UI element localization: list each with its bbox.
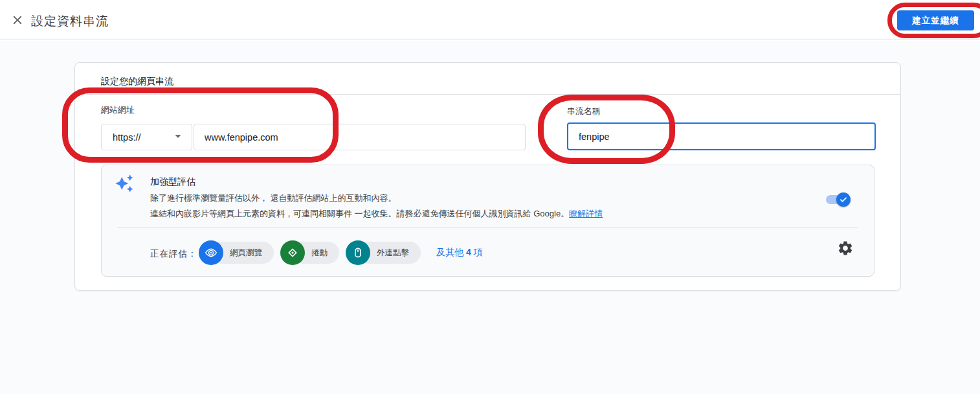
- mouse-icon: [346, 240, 370, 265]
- enhanced-measurement-title: 加強型評估: [150, 176, 195, 188]
- website-url-label: 網站網址: [101, 104, 135, 116]
- card-header-title: 設定您的網頁串流: [101, 76, 173, 87]
- eye-icon: [199, 240, 223, 265]
- settings-gear-button[interactable]: [836, 240, 854, 258]
- enhanced-measurement-toggle[interactable]: [826, 191, 854, 209]
- description-line-2: 連結和內嵌影片等網頁上元素的資料，可連同相關事件 一起收集。請務必避免傳送任何個…: [150, 209, 569, 218]
- stream-name-input[interactable]: [567, 122, 876, 150]
- chip-scroll: 捲動: [280, 240, 339, 265]
- scroll-icon: [280, 240, 305, 265]
- gear-icon: [837, 249, 854, 259]
- measuring-label: 正在評估：: [150, 248, 197, 260]
- more-items-link[interactable]: 及其他 4 項: [436, 247, 483, 259]
- chip-page-views: 網頁瀏覽: [199, 240, 274, 265]
- protocol-selected-value: https://: [113, 132, 171, 143]
- card-header-divider: [75, 94, 900, 95]
- page-title: 設定資料串流: [31, 13, 109, 30]
- web-stream-setup-card: 設定您的網頁串流 網站網址 https:// 串流名稱 加強型評估 除了進行標準…: [74, 62, 901, 291]
- measurement-chips-row: 網頁瀏覽 捲動 外連點擊: [199, 240, 483, 265]
- enhanced-measurement-panel: 加強型評估 除了進行標準瀏覽量評估以外， 還自動評估網站上的互動和內容。 連結和…: [101, 165, 874, 277]
- enhanced-measurement-description: 除了進行標準瀏覽量評估以外， 還自動評估網站上的互動和內容。 連結和內嵌影片等網…: [150, 191, 603, 222]
- close-icon: [10, 13, 25, 29]
- panel-divider: [117, 227, 858, 227]
- protocol-select[interactable]: https://: [101, 124, 192, 150]
- sparkle-icon: [115, 174, 134, 196]
- chevron-down-icon: [171, 129, 185, 146]
- toggle-thumb-check-icon: [836, 192, 851, 207]
- chip-outbound-clicks: 外連點擊: [346, 240, 421, 265]
- close-button[interactable]: [8, 11, 27, 30]
- learn-more-link[interactable]: 瞭解詳情: [569, 209, 603, 218]
- stream-name-label: 串流名稱: [567, 106, 601, 117]
- website-url-input[interactable]: [194, 124, 526, 150]
- create-and-continue-button[interactable]: 建立並繼續: [897, 10, 974, 30]
- top-bar: 設定資料串流 建立並繼續: [0, 0, 980, 40]
- description-line-1: 除了進行標準瀏覽量評估以外， 還自動評估網站上的互動和內容。: [150, 193, 397, 203]
